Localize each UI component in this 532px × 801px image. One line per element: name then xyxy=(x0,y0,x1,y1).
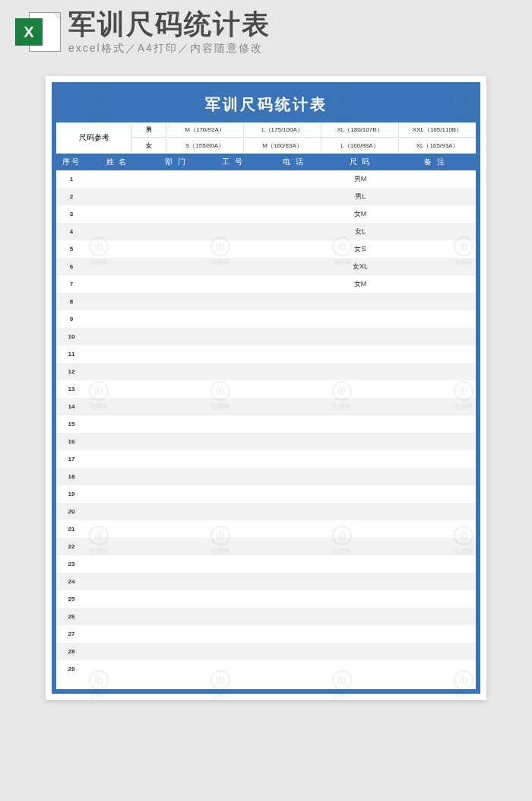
column-header: 序号 xyxy=(56,154,87,170)
table-cell xyxy=(326,503,394,520)
table-row: 27 xyxy=(56,625,476,643)
table-cell xyxy=(326,660,394,678)
table-cell xyxy=(394,205,476,223)
size-reference-gender: 男 xyxy=(132,122,166,137)
table-cell xyxy=(87,538,147,555)
table-cell xyxy=(147,485,204,503)
table-cell xyxy=(87,223,147,240)
table-cell: 24 xyxy=(56,573,87,590)
table-cell xyxy=(147,415,204,433)
table-cell xyxy=(147,468,204,485)
table-cell: 20 xyxy=(56,503,87,520)
table-cell: 16 xyxy=(56,433,87,450)
table-cell: 女M xyxy=(326,275,394,293)
size-reference-label: 尺码参考 xyxy=(56,122,132,153)
table-cell xyxy=(394,625,476,643)
table-cell: 6 xyxy=(56,258,87,275)
table-cell: 5 xyxy=(56,240,87,258)
table-cell xyxy=(147,398,204,415)
table-cell xyxy=(394,485,476,503)
table-row: 17 xyxy=(56,450,476,468)
table-cell: 女XL xyxy=(326,258,394,275)
column-header: 部 门 xyxy=(147,154,204,170)
size-reference-cell: S（155/80A） xyxy=(166,138,244,153)
table-cell xyxy=(87,258,147,275)
table-cell xyxy=(87,205,147,223)
column-header: 尺 码 xyxy=(326,154,394,170)
table-cell xyxy=(394,398,476,415)
table-cell xyxy=(261,538,326,555)
table-row: 22 xyxy=(56,538,476,555)
size-reference-cell: XL（180/107B） xyxy=(321,122,399,137)
table-cell xyxy=(87,345,147,363)
header-title: 军训尺码统计表 xyxy=(68,9,517,40)
table-cell xyxy=(326,380,394,398)
table-cell: 1 xyxy=(56,170,87,188)
table-cell xyxy=(147,258,204,275)
table-cell xyxy=(204,328,261,345)
size-reference-gender: 女 xyxy=(132,138,166,153)
table-cell xyxy=(261,590,326,608)
table-cell: 11 xyxy=(56,345,87,363)
table-cell xyxy=(261,293,326,310)
table-cell xyxy=(261,240,326,258)
table-cell xyxy=(326,625,394,643)
table-cell xyxy=(326,310,394,328)
table-cell xyxy=(147,205,204,223)
table-cell xyxy=(204,240,261,258)
table-cell: 19 xyxy=(56,485,87,503)
column-header: 电 话 xyxy=(261,154,326,170)
table-cell: 12 xyxy=(56,363,87,380)
table-cell xyxy=(147,328,204,345)
table-cell: 14 xyxy=(56,398,87,415)
size-reference-block: 尺码参考 男M（170/92A）L（175/100A）XL（180/107B）X… xyxy=(56,122,476,154)
table-cell xyxy=(326,468,394,485)
table-row: 29 xyxy=(56,660,476,678)
table-cell: 22 xyxy=(56,538,87,555)
table-cell xyxy=(147,170,204,188)
table-cell xyxy=(394,643,476,660)
table-row: 6女XL xyxy=(56,258,476,275)
table-row: 15 xyxy=(56,415,476,433)
table-cell xyxy=(261,380,326,398)
table-cell xyxy=(394,223,476,240)
table-cell xyxy=(87,293,147,310)
table-cell xyxy=(204,468,261,485)
table-row: 7女M xyxy=(56,275,476,293)
table-cell xyxy=(204,205,261,223)
table-cell xyxy=(87,398,147,415)
table-cell xyxy=(261,258,326,275)
table-cell xyxy=(204,590,261,608)
table-cell xyxy=(87,485,147,503)
table-cell xyxy=(261,363,326,380)
table-cell xyxy=(87,328,147,345)
table-cell xyxy=(394,433,476,450)
table-cell xyxy=(204,573,261,590)
table-row: 10 xyxy=(56,328,476,345)
table-cell xyxy=(261,468,326,485)
table-row: 21 xyxy=(56,520,476,538)
table-cell xyxy=(326,345,394,363)
table-cell xyxy=(204,258,261,275)
table-cell xyxy=(204,555,261,573)
spreadsheet-preview: 军训尺码统计表 尺码参考 男M（170/92A）L（175/100A）XL（18… xyxy=(46,76,486,700)
table-row: 20 xyxy=(56,503,476,520)
table-row: 3女M xyxy=(56,205,476,223)
table-cell xyxy=(147,520,204,538)
table-cell xyxy=(394,415,476,433)
table-cell xyxy=(394,503,476,520)
table-cell xyxy=(326,555,394,573)
size-reference-cell: L（160/88A） xyxy=(321,138,399,153)
table-cell xyxy=(87,380,147,398)
table-cell xyxy=(87,170,147,188)
table-cell xyxy=(394,538,476,555)
table-cell xyxy=(204,415,261,433)
size-reference-cell: L（175/100A） xyxy=(244,122,321,137)
column-header: 姓 名 xyxy=(87,154,147,170)
table-row: 11 xyxy=(56,345,476,363)
table-cell xyxy=(147,240,204,258)
table-cell xyxy=(326,608,394,625)
table-cell xyxy=(394,590,476,608)
table-cell xyxy=(261,433,326,450)
table-cell: 7 xyxy=(56,275,87,293)
